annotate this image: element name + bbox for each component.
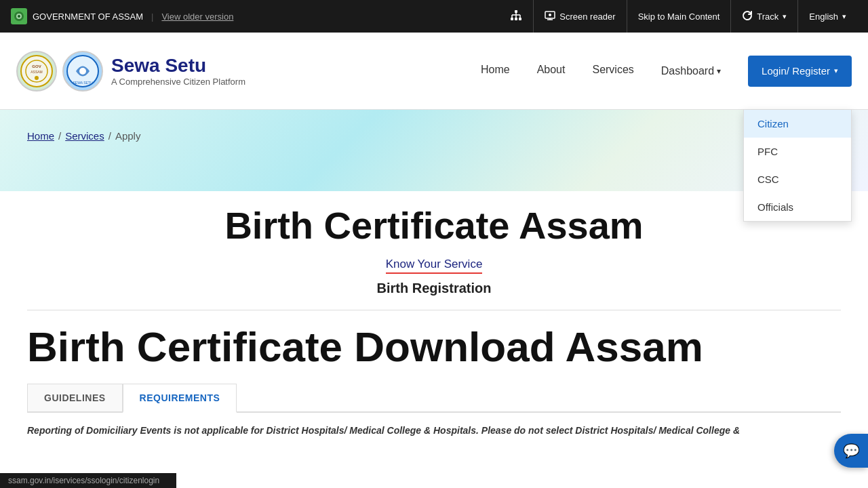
nav-links: Home About Services Dashboard ▾ <box>467 33 734 110</box>
dropdown-pfc[interactable]: PFC <box>744 138 851 165</box>
login-dropdown: Citizen PFC CSC Officials <box>743 110 852 222</box>
view-older-link[interactable]: View older version <box>161 12 233 22</box>
skip-to-main-item[interactable]: Skip to Main Content <box>627 0 731 33</box>
skip-to-main-label: Skip to Main Content <box>638 12 720 22</box>
tab-requirements[interactable]: REQUIREMENTS <box>123 384 237 413</box>
nav-dashboard[interactable]: Dashboard ▾ <box>648 33 734 110</box>
top-bar-right: Screen reader Skip to Main Content Track… <box>499 0 857 33</box>
screen-reader-label: Screen reader <box>559 12 615 22</box>
sewa-setu-logo: SEWA SETU <box>62 51 103 92</box>
brand-tagline: A Comprehensive Citizen Platform <box>111 77 245 87</box>
breadcrumb: Home / Services / Apply <box>27 130 841 142</box>
tabs-bar: GUIDELINES REQUIREMENTS <box>27 384 841 413</box>
breadcrumb-home[interactable]: Home <box>27 130 54 142</box>
org-chart-icon <box>510 9 522 24</box>
nav-about[interactable]: About <box>524 33 579 110</box>
dropdown-citizen[interactable]: Citizen <box>744 110 851 138</box>
brand-name: Sewa Setu <box>111 55 245 77</box>
gov-logo <box>11 8 27 24</box>
brand: GOV ASSAM SEWA SETU Sewa Setu A Comprehe… <box>16 51 245 92</box>
track-item[interactable]: Track ▾ <box>730 0 797 33</box>
secondary-title: Birth Certificate Download Assam <box>27 324 841 370</box>
svg-rect-5 <box>511 18 513 20</box>
org-chart-item[interactable] <box>499 0 533 33</box>
divider <box>27 310 841 310</box>
svg-point-19 <box>35 76 39 80</box>
know-your-service-link[interactable]: Know Your Service <box>386 258 483 274</box>
login-label: Login/ Register <box>762 65 830 77</box>
screen-reader-icon <box>545 10 555 23</box>
top-bar: GOVERNMENT OF ASSAM | View older version <box>0 0 868 33</box>
brand-text: Sewa Setu A Comprehensive Citizen Platfo… <box>111 55 245 87</box>
svg-text:GOV: GOV <box>32 64 41 68</box>
gov-title: GOVERNMENT OF ASSAM <box>33 12 143 22</box>
breadcrumb-sep1: / <box>58 130 61 142</box>
dashboard-caret-icon: ▾ <box>717 66 721 76</box>
english-caret-icon: ▾ <box>842 12 846 21</box>
breadcrumb-current: Apply <box>115 130 141 142</box>
refresh-icon <box>742 10 753 23</box>
nav-home[interactable]: Home <box>467 33 524 110</box>
svg-point-21 <box>79 68 86 75</box>
tab-guidelines[interactable]: GUIDELINES <box>27 384 123 411</box>
service-subtitle: Birth Registration <box>27 281 841 296</box>
nav-services[interactable]: Services <box>578 33 647 110</box>
svg-rect-4 <box>515 10 517 13</box>
breadcrumb-sep2: / <box>108 130 111 142</box>
svg-point-3 <box>18 15 20 18</box>
brand-logos: GOV ASSAM SEWA SETU <box>16 51 103 92</box>
login-register-button[interactable]: Login/ Register ▾ <box>748 56 852 87</box>
english-item[interactable]: English ▾ <box>797 0 857 33</box>
svg-rect-6 <box>515 18 517 20</box>
track-label: Track <box>757 12 778 22</box>
top-bar-left: GOVERNMENT OF ASSAM | View older version <box>11 8 233 24</box>
english-label: English <box>809 12 838 22</box>
track-caret-icon: ▾ <box>783 12 787 21</box>
page-title: Birth Certificate Assam <box>27 205 841 247</box>
hero-area: Home / Services / Apply <box>0 110 868 191</box>
svg-rect-7 <box>519 18 521 20</box>
main-navbar: GOV ASSAM SEWA SETU Sewa Setu A Comprehe… <box>0 33 868 110</box>
dropdown-officials[interactable]: Officials <box>744 193 851 221</box>
separator: | <box>151 12 153 22</box>
login-caret-icon: ▾ <box>834 66 838 75</box>
svg-point-14 <box>549 14 551 16</box>
content-area: Birth Certificate Assam Know Your Servic… <box>0 191 868 438</box>
notice-text: Reporting of Domiciliary Events is not a… <box>27 424 841 438</box>
assam-emblem: GOV ASSAM <box>16 51 57 92</box>
svg-text:ASSAM: ASSAM <box>31 70 43 74</box>
breadcrumb-services[interactable]: Services <box>65 130 104 142</box>
svg-text:SEWA SETU: SEWA SETU <box>73 81 93 85</box>
dropdown-csc[interactable]: CSC <box>744 165 851 193</box>
screen-reader-item[interactable]: Screen reader <box>533 0 626 33</box>
